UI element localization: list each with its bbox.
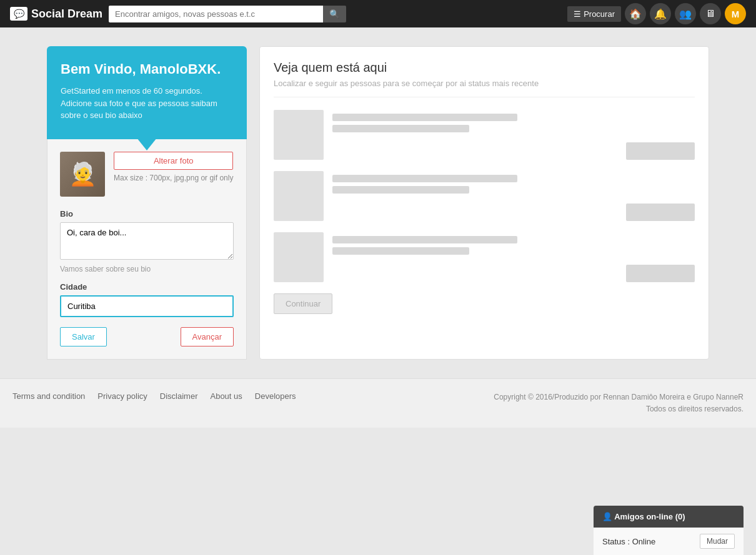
- footer-copyright: Copyright © 2016/Produzido por Rennan Da…: [494, 391, 744, 415]
- bell-icon: 🔔: [654, 8, 667, 20]
- change-status-button[interactable]: Mudar: [700, 534, 735, 549]
- footer-link-terms[interactable]: Terms and condition: [12, 391, 85, 401]
- advance-button[interactable]: Avançar: [181, 327, 234, 346]
- brand-name: Social Dream: [31, 7, 102, 21]
- search-input[interactable]: [109, 6, 323, 22]
- welcome-bubble: Bem Vindo, ManoloBXK. GetStarted em meno…: [47, 46, 247, 139]
- menu-icon: ☰: [574, 9, 581, 19]
- person-info: [332, 232, 617, 255]
- profile-card: 🧑‍🦳 Alterar foto Max size : 700px, jpg,p…: [47, 139, 247, 360]
- brand-icon: [10, 7, 27, 21]
- welcome-desc: GetStarted em menos de 60 segundos. Adic…: [61, 85, 233, 122]
- people-button[interactable]: 👥: [675, 3, 696, 24]
- people-icon: 👥: [679, 8, 692, 20]
- profile-photo: 🧑‍🦳: [60, 152, 105, 197]
- online-bar: 👤 Amigos on-line (0) Status : Online Mud…: [594, 506, 744, 555]
- person-row: [274, 171, 695, 221]
- avatar-placeholder: [274, 232, 324, 282]
- brand-logo[interactable]: Social Dream: [10, 7, 102, 21]
- navbar: Social Dream 🔍 ☰ Procurar 🏠 🔔 👥 🖥 M: [0, 0, 756, 27]
- main-content: Bem Vindo, ManoloBXK. GetStarted em meno…: [34, 27, 722, 378]
- home-icon: 🏠: [629, 8, 642, 20]
- avatar-placeholder: [274, 171, 324, 221]
- left-panel: Bem Vindo, ManoloBXK. GetStarted em meno…: [47, 46, 247, 360]
- bio-textarea[interactable]: Oi, cara de boi...: [60, 222, 234, 260]
- online-bar-header: 👤 Amigos on-line (0): [594, 506, 744, 528]
- copyright-line2: Todos os direitos reservados.: [494, 403, 744, 415]
- bio-label: Bio: [60, 209, 234, 219]
- bio-group: Bio Oi, cara de boi... Vamos saber sobre…: [60, 209, 234, 273]
- footer-link-disclaimer[interactable]: Disclaimer: [160, 391, 198, 401]
- person-row: [274, 110, 695, 160]
- monitor-icon: 🖥: [705, 8, 715, 19]
- person-row: [274, 232, 695, 282]
- welcome-title: Bem Vindo, ManoloBXK.: [61, 61, 233, 77]
- right-panel: Veja quem está aqui Localizar e seguir a…: [259, 46, 709, 360]
- change-photo-button[interactable]: Alterar foto: [114, 152, 233, 170]
- monitor-button[interactable]: 🖥: [700, 3, 721, 24]
- avatar-button[interactable]: M: [725, 3, 746, 24]
- skeleton-action: [626, 142, 695, 160]
- card-actions: Salvar Avançar: [60, 327, 234, 346]
- footer-links: Terms and condition Privacy policy Discl…: [12, 391, 296, 401]
- panel-title: Veja quem está aqui: [274, 61, 695, 75]
- skeleton-action: [626, 265, 695, 282]
- notifications-button[interactable]: 🔔: [650, 3, 671, 24]
- search-button[interactable]: 🔍: [323, 6, 346, 22]
- save-button[interactable]: Salvar: [60, 327, 107, 346]
- skeleton-name: [332, 114, 517, 121]
- avatar-initial: M: [732, 9, 740, 19]
- skeleton-detail: [332, 186, 469, 194]
- skeleton-detail: [332, 125, 469, 132]
- skeleton-detail: [332, 247, 469, 255]
- online-bar-body: Status : Online Mudar: [594, 528, 744, 555]
- copyright-line1: Copyright © 2016/Produzido por Rennan Da…: [494, 391, 744, 403]
- skeleton-name: [332, 236, 517, 243]
- panel-subtitle: Localizar e seguir as pessoas para se co…: [274, 79, 695, 97]
- photo-actions: Alterar foto Max size : 700px, jpg,png o…: [114, 152, 233, 182]
- city-label: Cidade: [60, 282, 234, 292]
- skeleton-name: [332, 175, 517, 182]
- procurar-label: Procurar: [584, 9, 615, 19]
- profile-photo-img: 🧑‍🦳: [60, 152, 105, 197]
- photo-row: 🧑‍🦳 Alterar foto Max size : 700px, jpg,p…: [60, 152, 234, 197]
- city-group: Cidade: [60, 282, 234, 317]
- status-text: Status : Online: [602, 537, 655, 546]
- city-input[interactable]: [60, 295, 234, 317]
- person-info: [332, 171, 617, 194]
- footer-link-about[interactable]: About us: [210, 391, 242, 401]
- navbar-right: ☰ Procurar 🏠 🔔 👥 🖥 M: [567, 3, 746, 24]
- search-bar: 🔍: [109, 6, 346, 22]
- procurar-button[interactable]: ☰ Procurar: [567, 6, 621, 22]
- footer-link-developers[interactable]: Developers: [255, 391, 296, 401]
- bio-hint: Vamos saber sobre seu bio: [60, 265, 234, 273]
- footer: Terms and condition Privacy policy Discl…: [0, 378, 756, 428]
- home-button[interactable]: 🏠: [625, 3, 646, 24]
- footer-link-privacy[interactable]: Privacy policy: [97, 391, 147, 401]
- photo-hint: Max size : 700px, jpg,png or gif only: [114, 174, 233, 182]
- avatar-placeholder: [274, 110, 324, 160]
- skeleton-action: [626, 204, 695, 221]
- person-info: [332, 110, 617, 132]
- people-list: [274, 110, 695, 282]
- continue-button[interactable]: Continuar: [274, 293, 332, 314]
